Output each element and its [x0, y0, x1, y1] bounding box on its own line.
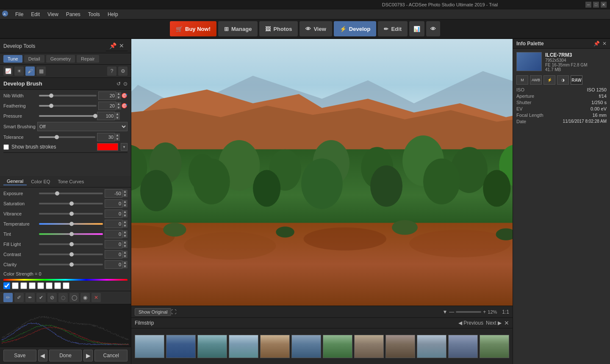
mode-m[interactable]: M: [516, 75, 528, 85]
exposure-up[interactable]: ▲: [122, 190, 128, 193]
cb-6[interactable]: [46, 282, 53, 289]
feathering-down[interactable]: ▼: [116, 106, 121, 110]
photos-button[interactable]: 🖼 Photos: [259, 21, 298, 36]
feathering-up[interactable]: ▲: [116, 102, 121, 106]
gradient-icon[interactable]: ▦: [36, 66, 46, 76]
brush-icon[interactable]: 🖌: [25, 66, 35, 76]
cb-1[interactable]: [3, 282, 10, 289]
buy-now-button[interactable]: 🛒 Buy Now!: [170, 21, 216, 36]
pressure-input[interactable]: [97, 112, 115, 120]
window-controls[interactable]: ─ □ ✕: [585, 2, 607, 8]
minimize-btn[interactable]: ─: [585, 2, 591, 8]
mode-raw[interactable]: RAW: [571, 75, 582, 85]
cb-4[interactable]: [29, 282, 36, 289]
exposure-thumb[interactable]: [55, 191, 59, 196]
next-button[interactable]: Next ▶: [486, 320, 502, 326]
menu-tools[interactable]: Tools: [85, 11, 103, 18]
vibrance-input[interactable]: [105, 210, 122, 218]
eraser-brush-1[interactable]: ✏: [3, 293, 13, 302]
zoom-out-icon[interactable]: ▼: [442, 309, 447, 315]
cancel-button[interactable]: Cancel: [94, 350, 128, 361]
zoom-slider-track[interactable]: [456, 311, 481, 313]
vibrance-up[interactable]: ▲: [122, 210, 128, 214]
pin-icon[interactable]: 📌: [109, 42, 116, 49]
edit-button[interactable]: ✏ Edit: [378, 21, 408, 36]
zoom-in-icon[interactable]: —: [449, 309, 454, 315]
eraser-brush-4[interactable]: ✔: [36, 293, 46, 302]
contrast-input[interactable]: [105, 250, 122, 259]
mode-flash[interactable]: ⚡: [543, 75, 555, 85]
mode-color[interactable]: ◑: [557, 75, 569, 85]
tab-repair[interactable]: Repair: [77, 55, 99, 63]
info-close-icon[interactable]: ✕: [602, 41, 607, 47]
nib-width-pick[interactable]: 🎯: [121, 93, 128, 99]
cb-7[interactable]: [54, 282, 61, 289]
tint-input[interactable]: [105, 230, 122, 238]
refresh-icon[interactable]: ↺: [116, 81, 121, 87]
tab-color-eq[interactable]: Color EQ: [28, 178, 53, 185]
prev-nav-button[interactable]: ◀: [38, 350, 47, 361]
vibrance-thumb[interactable]: [69, 212, 74, 216]
cb-2[interactable]: [12, 282, 19, 289]
tint-up[interactable]: ▲: [122, 230, 128, 234]
show-original-button[interactable]: Show Original: [135, 308, 171, 316]
film-thumb-7[interactable]: [323, 335, 352, 358]
info-pin-icon[interactable]: 📌: [593, 41, 600, 47]
film-thumb-4[interactable]: [229, 335, 258, 358]
close-btn[interactable]: ✕: [601, 2, 607, 8]
close-panel-icon[interactable]: ✕: [119, 42, 124, 49]
temperature-thumb[interactable]: [69, 222, 74, 226]
tab-general[interactable]: General: [3, 178, 27, 185]
filmstrip-close-button[interactable]: ✕: [504, 320, 509, 326]
view-button[interactable]: 👁 View: [299, 21, 332, 36]
menu-edit[interactable]: Edit: [28, 11, 43, 18]
film-thumb-8[interactable]: [354, 335, 384, 358]
film-thumb-10[interactable]: [417, 335, 446, 358]
manage-button[interactable]: ⊞ Manage: [218, 21, 258, 36]
nib-width-up[interactable]: ▲: [116, 92, 121, 96]
film-thumb-5[interactable]: [260, 335, 290, 358]
tab-geometry[interactable]: Geometry: [46, 55, 75, 63]
next-nav-button[interactable]: ▶: [83, 350, 93, 361]
help-icon[interactable]: ?: [107, 66, 116, 76]
saturation-thumb[interactable]: [69, 201, 74, 206]
film-thumb-2[interactable]: [166, 335, 196, 358]
tolerance-input[interactable]: [97, 133, 115, 141]
saturation-down[interactable]: ▼: [122, 204, 128, 207]
menu-file[interactable]: File: [12, 11, 27, 18]
pressure-down[interactable]: ▼: [115, 116, 120, 120]
tolerance-down[interactable]: ▼: [115, 137, 120, 141]
saturation-up[interactable]: ▲: [122, 200, 128, 204]
clarity-thumb[interactable]: [69, 262, 74, 267]
temperature-input[interactable]: [105, 220, 122, 228]
show-brush-strokes-checkbox[interactable]: [3, 144, 9, 150]
delete-eraser[interactable]: ✕: [92, 293, 101, 302]
tab-tone-curves[interactable]: Tone Curves: [54, 178, 87, 185]
film-thumb-1[interactable]: [135, 335, 164, 358]
done-button[interactable]: Done: [49, 350, 82, 361]
eraser-brush-8[interactable]: ◉: [80, 293, 90, 302]
tab-tune[interactable]: Tune: [3, 55, 22, 63]
clarity-up[interactable]: ▲: [122, 261, 128, 265]
save-button[interactable]: Save: [3, 350, 36, 361]
pressure-thumb[interactable]: [93, 114, 97, 118]
vibrance-down[interactable]: ▼: [122, 214, 128, 218]
tab-detail[interactable]: Detail: [24, 55, 44, 63]
clarity-input[interactable]: [105, 260, 122, 269]
eraser-brush-3[interactable]: ✒: [25, 293, 35, 302]
cb-5[interactable]: [37, 282, 44, 289]
fill-light-thumb[interactable]: [69, 242, 74, 246]
film-thumb-3[interactable]: [197, 335, 227, 358]
mode-awb[interactable]: AWB: [530, 75, 542, 85]
nib-width-down[interactable]: ▼: [116, 96, 121, 99]
brush-color-swatch[interactable]: [97, 143, 118, 151]
eraser-brush-7[interactable]: ◯: [69, 293, 79, 302]
zoom-up-icon[interactable]: +: [483, 309, 486, 315]
tolerance-up[interactable]: ▲: [115, 133, 120, 137]
eraser-brush-2[interactable]: ✐: [14, 293, 24, 302]
feathering-thumb[interactable]: [49, 104, 53, 108]
contrast-up[interactable]: ▲: [122, 251, 128, 254]
pressure-up[interactable]: ▲: [115, 112, 120, 116]
contrast-thumb[interactable]: [69, 252, 74, 256]
settings-icon[interactable]: ⚙: [118, 66, 128, 76]
